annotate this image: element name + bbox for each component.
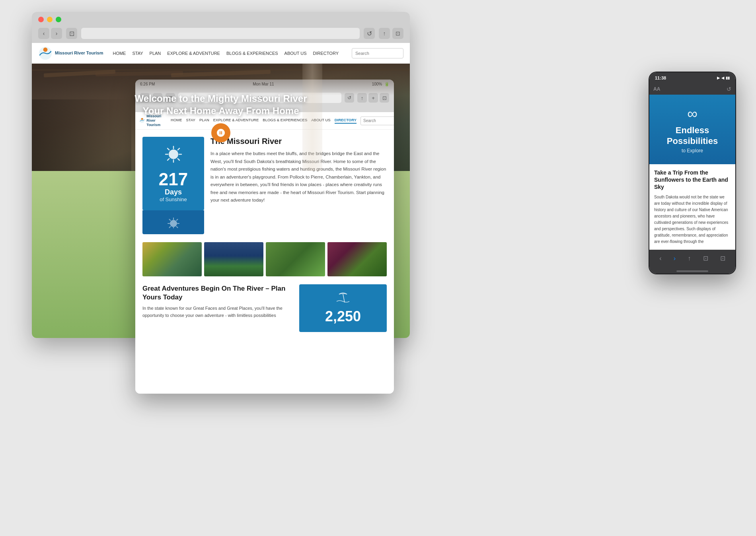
umbrella-beach-icon	[336, 292, 350, 307]
svg-line-9	[168, 148, 169, 150]
mobile-hero-subtitle: to Explore	[682, 148, 703, 153]
browser-nav-buttons: ‹ ›	[38, 28, 62, 39]
tablet-main-content: 217 Days of Sunshine	[135, 130, 394, 394]
mobile-signal-icon: ▶	[717, 76, 720, 80]
mobile-home-indicator	[649, 267, 735, 274]
sunshine-of-label: of Sunshine	[160, 196, 187, 202]
browser-action-buttons: ↑ ⊡	[379, 28, 403, 39]
svg-line-19	[176, 227, 177, 228]
photo-cell-aerial	[142, 242, 202, 276]
photo-cell-tree	[327, 242, 387, 276]
site-logo: Missouri River Tourism	[38, 46, 103, 60]
mobile-bookmark-button[interactable]: ⊡	[703, 254, 708, 262]
desktop-hero-title: Welcome to the Mighty Missouri River You…	[135, 92, 307, 117]
browser-tabs-button[interactable]: ⊡	[392, 28, 403, 39]
desktop-hero-text: Welcome to the Mighty Missouri River You…	[135, 92, 307, 142]
sidebar-toggle-button[interactable]: ⊡	[66, 28, 77, 39]
photo-cell-green	[266, 242, 325, 276]
desktop-site-nav: Missouri River Tourism HOME STAY PLAN EX…	[32, 43, 410, 64]
svg-line-18	[169, 219, 170, 221]
mobile-article-body: South Dakota would not be the state we a…	[654, 194, 731, 245]
mobile-bottom-bar: ‹ › ↑ ⊡ ⊡	[649, 250, 735, 267]
adventures-stat-card: 2,250	[299, 284, 387, 332]
mobile-article-content: Take a Trip From the Sunflowers to the E…	[649, 164, 735, 250]
endless-line1: Endless	[667, 125, 718, 136]
svg-point-4	[169, 150, 178, 159]
svg-line-11	[177, 148, 179, 150]
hero-scroll-icon	[211, 123, 230, 142]
mobile-chrome: AA ↺	[649, 84, 735, 95]
maximize-button[interactable]	[56, 17, 61, 22]
svg-line-12	[168, 159, 169, 160]
nav-link-about[interactable]: ABOUT US	[284, 51, 307, 56]
adventures-number: 2,250	[325, 308, 361, 325]
mobile-tabs-button[interactable]: ⊡	[720, 254, 725, 262]
svg-point-13	[170, 220, 177, 227]
mobile-wifi-icon: ◀	[721, 76, 724, 80]
mobile-hero-title: Endless Possibilities	[667, 125, 718, 146]
browser-back-button[interactable]: ‹	[38, 28, 49, 39]
nav-link-blogs[interactable]: BLOGS & EXPERIENCES	[226, 51, 278, 56]
adventures-body: In the state known for our Great Faces a…	[142, 305, 293, 319]
mobile-content: ∞ Endless Possibilities to Explore Take …	[649, 95, 735, 250]
nav-link-home[interactable]: HOME	[113, 51, 126, 56]
logo-icon	[38, 46, 53, 60]
content-intro-section: 217 Days of Sunshine	[142, 137, 387, 234]
traffic-lights	[38, 17, 403, 22]
nav-link-explore[interactable]: EXPLORE & ADVENTURE	[167, 51, 220, 56]
svg-line-20	[176, 219, 177, 221]
tablet-nav-directory[interactable]: DIRECTORY	[335, 118, 357, 124]
close-button[interactable]	[38, 17, 44, 22]
sunshine-icon	[164, 145, 183, 167]
mobile-share-button[interactable]: ↑	[688, 255, 691, 262]
desktop-search-input[interactable]	[352, 48, 403, 58]
mobile-time: 11:38	[655, 76, 666, 80]
intro-text-section: The Missouri River In a place where the …	[210, 137, 387, 234]
sunshine-days-label: Days	[165, 188, 182, 196]
desktop-nav-links: HOME STAY PLAN EXPLORE & ADVENTURE BLOGS…	[113, 51, 345, 56]
mobile-status-icons: ▶ ◀ ▮▮	[717, 76, 730, 80]
browser-share-button[interactable]: ↑	[379, 28, 390, 39]
svg-line-21	[169, 227, 170, 228]
nav-link-directory[interactable]: DIRECTORY	[313, 51, 339, 56]
nav-link-stay[interactable]: STAY	[132, 51, 143, 56]
hero-title-line1: Welcome to the Mighty Missouri River	[135, 92, 307, 105]
minimize-button[interactable]	[47, 17, 53, 22]
svg-line-22	[343, 294, 345, 302]
desktop-logo-text: Missouri River Tourism	[55, 50, 103, 56]
desktop-browser-chrome: ‹ › ⊡ ↺ ↑ ⊡	[32, 12, 410, 43]
mobile-hero-card: ∞ Endless Possibilities to Explore	[649, 95, 735, 164]
mobile-aa-button[interactable]: AA	[653, 86, 660, 92]
mobile-browser-window: 11:38 ▶ ◀ ▮▮ AA ↺ ∞ Endless Possibilitie…	[649, 72, 736, 274]
browser-forward-button[interactable]: ›	[51, 28, 62, 39]
browser-address-bar[interactable]	[81, 28, 360, 39]
infinity-icon: ∞	[687, 105, 698, 122]
mobile-home-bar	[676, 270, 708, 272]
svg-line-10	[177, 159, 179, 160]
mobile-inner: 11:38 ▶ ◀ ▮▮ AA ↺ ∞ Endless Possibilitie…	[649, 72, 735, 274]
adventures-section: Great Adventures Begin On The River – Pl…	[142, 284, 387, 332]
sunshine-sub-card	[142, 210, 204, 234]
tablet-search-input[interactable]	[360, 117, 394, 125]
browser-reload-button[interactable]: ↺	[364, 28, 375, 39]
mobile-forward-button[interactable]: ›	[674, 255, 676, 262]
tablet-content-area: 217 Days of Sunshine	[135, 130, 394, 339]
mobile-reload-button[interactable]: ↺	[727, 86, 731, 92]
mobile-article-title: Take a Trip From the Sunflowers to the E…	[654, 169, 731, 191]
mobile-back-button[interactable]: ‹	[659, 255, 661, 262]
hero-title-line2: Your Next Home Away From Home	[135, 105, 307, 117]
adventures-text: Great Adventures Begin On The River – Pl…	[142, 284, 293, 319]
browser-toolbar: ‹ › ⊡ ↺ ↑ ⊡	[38, 26, 403, 41]
sunshine-stat-card: 217 Days of Sunshine	[142, 137, 204, 210]
sunshine-number: 217	[159, 171, 188, 188]
photo-grid	[142, 242, 387, 276]
nav-link-plan[interactable]: PLAN	[150, 51, 161, 56]
mobile-status-bar: 11:38 ▶ ◀ ▮▮	[649, 72, 735, 84]
adventures-heading: Great Adventures Begin On The River – Pl…	[142, 284, 293, 302]
section-body: In a place where the buttes meet the blu…	[210, 150, 387, 204]
photo-cell-river	[204, 242, 263, 276]
mobile-battery-icon: ▮▮	[726, 76, 730, 80]
endless-line2: Possibilities	[667, 136, 718, 146]
